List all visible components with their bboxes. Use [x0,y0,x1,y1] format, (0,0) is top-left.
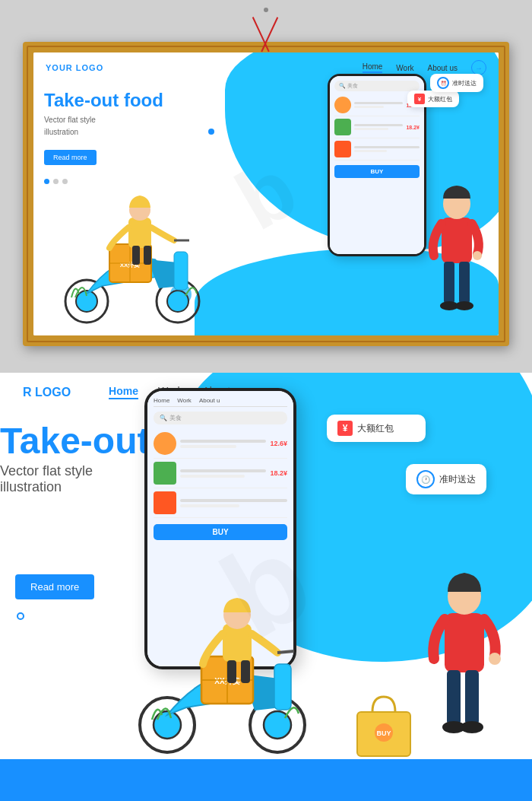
bottom-scooter: XX外卖 [118,577,331,759]
headline-prefix: T [0,421,20,461]
svg-point-19 [455,301,473,310]
svg-text:BUY: BUY [376,729,391,737]
coupon-bubble: ¥ 大额红包 [407,91,459,107]
read-more-prefix: Re [30,581,43,593]
bottom-blue-bar [0,759,532,801]
phone-inner-nav: Home Work About u [154,397,287,407]
svg-point-41 [489,653,501,665]
large-coupon-card: ¥ 大额红包 [327,415,426,442]
svg-rect-11 [132,246,140,265]
hanger-assembly [262,8,270,53]
delivery-label: 准时送达 [452,79,477,87]
phone-search-bar: 🔍 美食 [334,81,420,91]
left-content: Take-out food Vector flat style illustra… [44,91,196,184]
large-coupon-icon: ¥ [337,421,353,436]
phone-nav-home: Home [154,397,169,404]
nav-link-about[interactable]: About us [428,64,458,72]
bottom-food-1: 12.6¥ [154,429,287,459]
sub-prefix: V [0,463,8,478]
top-nav: YOUR LOGO Home Work About us → [33,60,499,75]
svg-rect-32 [227,660,236,683]
standing-person [423,164,491,332]
food-item-2: 18.2¥ [334,116,420,138]
svg-rect-37 [447,670,461,725]
coupon-label: 大额红包 [428,95,452,103]
frame-outer: YOUR LOGO Home Work About us → Take-out … [23,42,509,346]
svg-rect-30 [223,624,252,662]
bottom-section: b R LOGO Home Work About us Take-out foo… [0,373,532,801]
bottom-phone-search: 🔍美食 [154,412,287,424]
bottom-logo: R LOGO [23,386,71,399]
scene: YOUR LOGO Home Work About us → Take-out … [33,52,499,335]
bottom-subline-1: ector flat style [8,463,93,478]
bottom-nav-home[interactable]: Home [109,385,138,399]
svg-rect-17 [459,262,470,304]
bottom-subline-2: llustration [3,479,62,494]
coupon-icon: ¥ [414,94,425,104]
svg-rect-33 [241,660,250,683]
subline-2: illustration [44,126,196,138]
svg-point-3 [167,291,188,312]
bottom-price-1: 12.6¥ [270,440,287,447]
svg-rect-14 [442,218,472,263]
svg-point-40 [461,721,483,733]
svg-rect-12 [144,246,151,265]
shopping-bag: BUY [353,691,414,759]
svg-rect-9 [128,218,151,248]
bottom-read-more-button[interactable]: Read more [15,574,94,599]
read-more-text: ad more [43,581,80,593]
bottom-food-2: 18.2¥ [154,459,287,488]
subline-1: Vector flat style [44,114,196,126]
hanger-nail [264,8,268,12]
delivery-bubble: ⏰ 准时送达 [430,74,483,92]
svg-rect-25 [274,664,291,710]
bottom-food-3 [154,488,287,518]
buy-button[interactable]: BUY [334,165,420,178]
nav-links: Home Work About us → [363,60,486,75]
svg-point-20 [473,251,482,260]
svg-rect-16 [444,262,454,304]
nav-link-work[interactable]: Work [396,64,413,72]
headline: Take-out food [44,91,196,110]
phone-nav-about: About u [199,397,220,404]
search-text: 美食 [347,82,358,90]
search-icon-phone: 🔍 [339,83,346,89]
svg-line-34 [277,651,294,653]
bottom-price-2: 18.2¥ [270,469,287,477]
svg-rect-35 [445,613,484,672]
large-clock-icon: 🕐 [416,470,435,488]
read-more-button[interactable]: Read more [44,150,97,165]
large-coupon-label: 大额红包 [357,422,394,435]
food-price-2: 18.2¥ [406,125,420,130]
scooter-illustration: XX外卖 [33,176,223,328]
clock-icon: ⏰ [437,77,449,89]
bottom-standing-person [422,546,513,759]
frame-content: YOUR LOGO Home Work About us → Take-out … [33,52,499,335]
bottom-buy-button[interactable]: BUY [154,524,287,540]
food-item-3 [334,138,420,161]
bottom-dot-indicator [17,612,24,620]
nav-circle-btn[interactable]: → [471,60,486,75]
large-clock-bubble: 🕐 准时送达 [406,464,486,494]
svg-rect-38 [465,670,479,725]
svg-rect-4 [174,252,188,290]
deco-circle-2 [208,129,214,135]
nav-link-home[interactable]: Home [363,62,383,73]
logo-text: YOUR LOGO [46,63,103,72]
large-delivery-label: 准时送达 [439,473,476,486]
phone-nav-work: Work [177,397,192,404]
